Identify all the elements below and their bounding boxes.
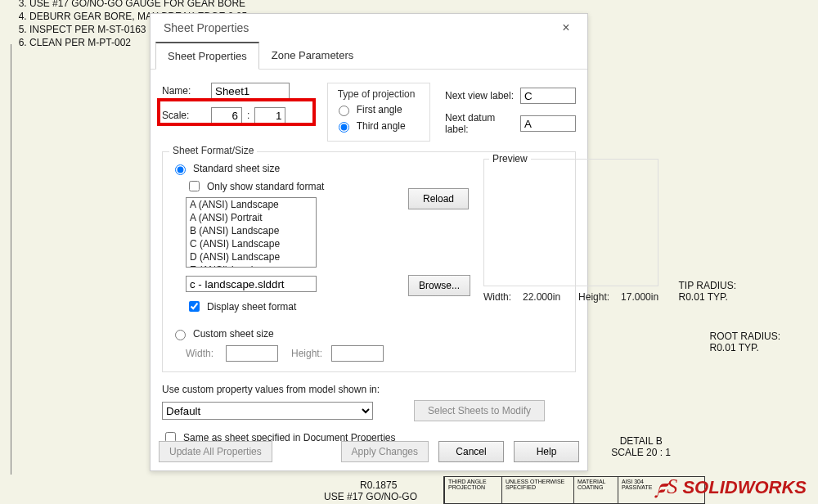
next-view-input[interactable]: [520, 88, 576, 104]
list-item[interactable]: A (ANSI) Portrait: [187, 211, 316, 224]
scale-label: Scale:: [162, 110, 206, 121]
sheet-format-title: Sheet Format/Size: [169, 145, 257, 156]
list-item[interactable]: E (ANSI) Landscape: [187, 263, 316, 268]
next-datum-input[interactable]: [520, 115, 576, 132]
third-angle-radio[interactable]: [339, 122, 349, 133]
cancel-button[interactable]: Cancel: [438, 441, 504, 462]
custom-size-label: Custom sheet size: [193, 328, 274, 340]
third-angle-label: Third angle: [357, 120, 406, 132]
preview-box: Preview: [483, 159, 658, 286]
select-sheets-button: Select Sheets to Modify: [414, 400, 545, 421]
list-item[interactable]: C (ANSI) Landscape: [187, 237, 316, 250]
tab-sheet-properties[interactable]: Sheet Properties: [155, 42, 259, 70]
list-item[interactable]: B (ANSI) Landscape: [187, 224, 316, 237]
only-standard-checkbox[interactable]: [189, 181, 200, 191]
close-icon[interactable]: ×: [553, 16, 579, 39]
custom-width-input: [226, 345, 278, 362]
first-angle-radio[interactable]: [339, 106, 349, 116]
root-radius-callout: ROOT RADIUS:R0.01 TYP.: [710, 331, 780, 353]
next-datum-label: Next datum label:: [445, 112, 515, 135]
standard-size-radio[interactable]: [175, 164, 186, 175]
preview-width-label: Width:: [483, 291, 511, 303]
custom-width-label: Width:: [186, 348, 221, 359]
drawing-ruler: [0, 44, 11, 475]
browse-button[interactable]: Browse...: [408, 275, 470, 296]
custom-height-label: Height:: [291, 348, 326, 359]
detail-label: DETAIL BSCALE 20 : 1: [611, 435, 671, 458]
preview-width-value: 22.000in: [523, 291, 560, 303]
scale-denominator-input[interactable]: [254, 107, 285, 124]
custom-height-input: [331, 345, 384, 362]
list-item[interactable]: D (ANSI) Landscape: [187, 250, 316, 263]
preview-height-label: Height:: [578, 291, 609, 303]
note-3: USE #17 GO/NO-GO GAUGE FOR GEAR BORE: [29, 0, 247, 10]
dialog-titlebar[interactable]: Sheet Properties ×: [151, 14, 587, 42]
custom-size-radio[interactable]: [175, 330, 186, 340]
sheet-properties-dialog: Sheet Properties × Sheet Properties Zone…: [150, 13, 588, 471]
bore-dim: R0.1875: [360, 479, 397, 491]
preview-height-value: 17.000in: [621, 291, 658, 303]
dialog-title: Sheet Properties: [164, 21, 249, 34]
tab-zone-parameters[interactable]: Zone Parameters: [259, 42, 366, 69]
dialog-tabs: Sheet Properties Zone Parameters: [151, 42, 587, 70]
custom-prop-combo[interactable]: Default: [162, 402, 373, 420]
list-item[interactable]: A (ANSI) Landscape: [187, 198, 316, 211]
bore-note: USE #17 GO/NO-GO: [324, 491, 417, 502]
solidworks-logo: 𝟋S SOLIDWORKS: [656, 475, 807, 499]
only-standard-label: Only show standard format: [207, 181, 324, 192]
custom-prop-label: Use custom property values from model sh…: [162, 384, 576, 395]
update-all-button: Update All Properties: [159, 441, 272, 462]
projection-group-title: Type of projection: [335, 88, 419, 100]
reload-button[interactable]: Reload: [408, 188, 469, 209]
standard-size-label: Standard sheet size: [193, 163, 280, 174]
next-view-label: Next view label:: [445, 90, 515, 101]
scale-numerator-input[interactable]: [211, 107, 242, 124]
first-angle-label: First angle: [357, 104, 402, 115]
sheet-format-group: Sheet Format/Size Standard sheet size On…: [162, 151, 576, 372]
scale-colon: :: [247, 110, 249, 121]
preview-title: Preview: [489, 153, 531, 164]
name-label: Name:: [162, 85, 206, 97]
display-format-checkbox[interactable]: [189, 301, 200, 312]
apply-changes-button: Apply Changes: [341, 441, 429, 462]
help-button[interactable]: Help: [514, 441, 579, 462]
template-path-input[interactable]: [186, 276, 317, 292]
name-input[interactable]: [211, 83, 290, 99]
sheet-size-listbox[interactable]: A (ANSI) Landscape A (ANSI) Portrait B (…: [186, 197, 317, 268]
display-format-label: Display sheet format: [207, 301, 296, 313]
tip-radius-callout: TIP RADIUS:R0.01 TYP.: [679, 280, 736, 303]
